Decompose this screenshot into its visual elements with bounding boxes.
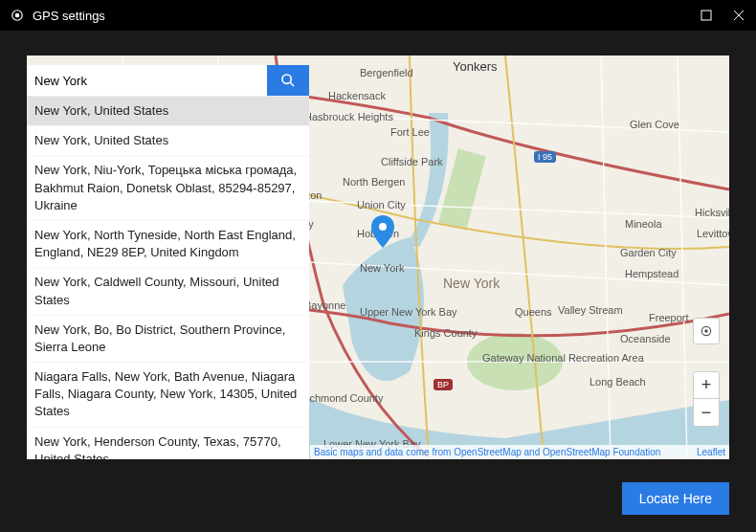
crosshair-icon (700, 324, 713, 338)
svg-point-1 (15, 13, 19, 17)
search-icon (280, 73, 296, 88)
svg-line-10 (290, 82, 294, 86)
suggestion-item[interactable]: New York, Niu-York, Торецька міська гром… (27, 156, 309, 221)
map-attribution: Basic maps and data come from OpenStreet… (310, 445, 729, 459)
suggestion-item[interactable]: New York, Bo, Bo District, Southern Prov… (27, 316, 309, 363)
svg-point-12 (705, 330, 707, 332)
suggestions-list: New York, United StatesNew York, United … (27, 96, 309, 459)
zoom-in-button[interactable]: + (694, 372, 719, 399)
search-button[interactable] (267, 65, 309, 96)
suggestion-item[interactable]: New York, Henderson County, Texas, 75770… (27, 428, 309, 459)
suggestion-item[interactable]: New York, United States (27, 126, 309, 156)
highway-badge: BP (434, 379, 453, 390)
window-controls (699, 8, 746, 23)
svg-point-8 (379, 223, 387, 231)
svg-rect-2 (701, 11, 711, 20)
zoom-out-button[interactable]: − (694, 399, 719, 426)
app-body: YonkersLincoln ParkBergenfieldHackensack… (0, 31, 756, 532)
suggestion-item[interactable]: New York, United States (27, 97, 309, 126)
attribution-text: Basic maps and data come from OpenStreet… (314, 447, 660, 457)
map-marker[interactable] (371, 215, 394, 252)
gps-icon (10, 8, 25, 23)
search-panel: New York, United StatesNew York, United … (27, 65, 309, 459)
map-viewport[interactable]: YonkersLincoln ParkBergenfieldHackensack… (27, 55, 729, 459)
close-button[interactable] (731, 8, 746, 23)
attribution-brand[interactable]: Leaflet (697, 447, 725, 457)
maximize-button[interactable] (699, 8, 714, 23)
titlebar: GPS settings (0, 0, 756, 31)
zoom-controls: + − (693, 371, 720, 427)
suggestion-item[interactable]: New York, Caldwell County, Missouri, Uni… (27, 268, 309, 315)
suggestion-item[interactable]: Niagara Falls, New York, Bath Avenue, Ni… (27, 363, 309, 428)
search-input[interactable] (27, 65, 267, 96)
suggestion-item[interactable]: New York, North Tyneside, North East Eng… (27, 221, 309, 268)
highway-badge: I 95 (534, 151, 556, 163)
recenter-button[interactable] (693, 318, 720, 344)
locate-here-button[interactable]: Locate Here (622, 482, 729, 515)
svg-point-9 (282, 75, 291, 83)
window-title: GPS settings (33, 9, 699, 23)
